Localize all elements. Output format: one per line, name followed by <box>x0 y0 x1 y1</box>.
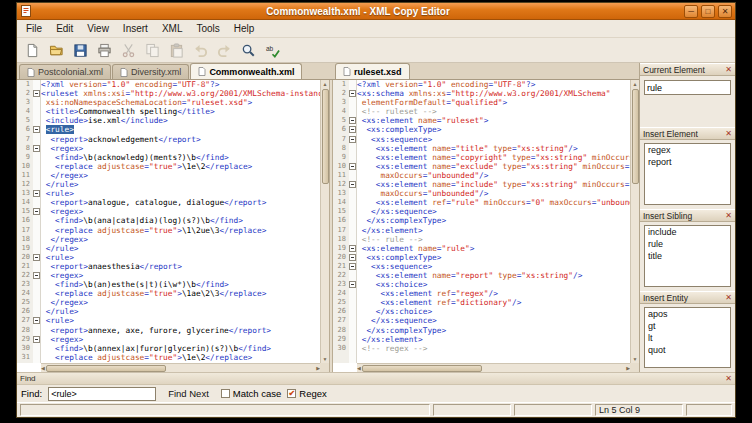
code-line[interactable]: 12 </rule> <box>17 180 320 189</box>
toolbar-button-copy[interactable] <box>141 40 163 61</box>
code-area[interactable]: 1<?xml version="1.0" encoding="UTF-8"?>2… <box>333 80 630 363</box>
list-item[interactable]: lt <box>645 332 730 344</box>
editor-tab[interactable]: Postcolonial.xml <box>19 64 111 79</box>
regex-checkbox[interactable]: ✔ Regex <box>287 388 326 399</box>
menu-item[interactable]: Insert <box>116 21 155 36</box>
editor-tab[interactable]: ruleset.xsd <box>335 63 410 79</box>
current-element-input[interactable] <box>644 80 731 95</box>
toolbar-button-new-document[interactable] <box>21 40 43 61</box>
code-line[interactable]: 6 <rule> <box>17 125 320 134</box>
toolbar-button-print[interactable] <box>93 40 115 61</box>
fold-toggle-icon[interactable] <box>349 117 356 124</box>
menu-item[interactable]: Edit <box>49 21 80 36</box>
code-line[interactable]: 2<ruleset xmlns:xsi="http://www.w3.org/2… <box>17 89 320 98</box>
code-line[interactable]: 24 <replace adjustcase="true">\1ae\2\3</… <box>17 289 320 298</box>
code-line[interactable]: 10 <replace adjustcase="true">\1e\2</rep… <box>17 162 320 171</box>
code-line[interactable]: 25 </regex> <box>17 298 320 307</box>
toolbar-button-check-spelling[interactable]: ab <box>261 40 283 61</box>
list-item[interactable]: include <box>645 226 730 238</box>
list-item[interactable]: title <box>645 250 730 262</box>
find-next-button[interactable]: Find Next <box>162 387 215 400</box>
menu-item[interactable]: View <box>80 21 116 36</box>
toolbar-button-open-file[interactable] <box>45 40 67 61</box>
scroll-up-icon[interactable]: ▲ <box>323 80 328 88</box>
code-line[interactable]: 29 <regex> <box>17 335 320 344</box>
code-line[interactable]: 7 <report>acknowledgement</report> <box>17 135 320 144</box>
list-item[interactable]: regex <box>645 144 730 156</box>
toolbar-button-undo[interactable] <box>189 40 211 61</box>
code-line[interactable]: 17 <replace adjustcase="true">\1\2ue\3</… <box>17 226 320 235</box>
fold-toggle-icon[interactable] <box>33 272 40 279</box>
code-line[interactable]: 7 <xs:sequence> <box>333 135 630 144</box>
list-item[interactable]: quot <box>645 344 730 356</box>
fold-toggle-icon[interactable] <box>349 245 356 252</box>
toolbar-button-cut[interactable] <box>117 40 139 61</box>
close-panel-icon[interactable]: ✕ <box>725 212 732 220</box>
code-line[interactable]: 19 <xs:element name="rule"> <box>333 244 630 253</box>
fold-toggle-icon[interactable] <box>349 254 356 261</box>
horizontal-scrollbar[interactable]: ◀ ▶ <box>41 363 320 372</box>
code-line[interactable]: 6 <xs:complexType> <box>333 125 630 134</box>
toolbar-button-paste[interactable] <box>165 40 187 61</box>
editor-tab[interactable]: Commonwealth.xml <box>190 63 302 79</box>
fold-toggle-icon[interactable] <box>33 90 40 97</box>
close-panel-icon[interactable]: ✕ <box>725 294 732 302</box>
vertical-scrollbar[interactable]: ▲ ▼ <box>630 80 639 363</box>
fold-toggle-icon[interactable] <box>33 336 40 343</box>
close-panel-icon[interactable]: ✕ <box>725 66 732 74</box>
code-line[interactable]: 30 <!-- regex --> <box>333 344 630 353</box>
scroll-down-icon[interactable]: ▼ <box>323 355 328 363</box>
code-line[interactable]: 25 <xs:element ref="dictionary"/> <box>333 298 630 307</box>
code-line[interactable]: 30 <find>\b(annex|ax|furor|glycerin)(s?)… <box>17 344 320 353</box>
code-line[interactable]: 15 <regex> <box>17 207 320 216</box>
code-area[interactable]: 1<?xml version="1.0" encoding="UTF-8"?>2… <box>17 80 320 363</box>
fold-toggle-icon[interactable] <box>33 190 40 197</box>
scrollbar-thumb[interactable] <box>322 89 329 184</box>
code-line[interactable]: 2<xs:schema xmlns:xs="http://www.w3.org/… <box>333 89 630 98</box>
code-line[interactable]: 1<?xml version="1.0" encoding="UTF-8"?> <box>17 80 320 89</box>
fold-toggle-icon[interactable] <box>33 254 40 261</box>
code-line[interactable]: 11 maxOccurs="unbounded"/> <box>333 171 630 180</box>
code-line[interactable]: 14 <report>analogue, catalogue, dialogue… <box>17 198 320 207</box>
code-line[interactable]: 28 <report>annexe, axe, furore, glycerin… <box>17 326 320 335</box>
code-line[interactable]: 4 <title>Commonwealth spelling</title> <box>17 107 320 116</box>
code-line[interactable]: 26 </rule> <box>17 307 320 316</box>
menu-item[interactable]: File <box>19 21 49 36</box>
code-line[interactable]: 27 </xs:sequence> <box>333 316 630 325</box>
fold-toggle-icon[interactable] <box>33 208 40 215</box>
scrollbar-thumb[interactable] <box>362 365 482 372</box>
menu-item[interactable]: Help <box>227 21 262 36</box>
minimize-button[interactable]: ─ <box>684 5 698 18</box>
code-line[interactable]: 21 <xs:sequence> <box>333 262 630 271</box>
fold-toggle-icon[interactable] <box>349 263 356 270</box>
editor-tab[interactable]: Diversity.xml <box>112 64 189 79</box>
code-line[interactable]: 29 </xs:element> <box>333 335 630 344</box>
list-item[interactable]: report <box>645 156 730 168</box>
code-line[interactable]: 9 <xs:element name="copyright" type="xs:… <box>333 153 630 162</box>
code-line[interactable]: 20 <xs:complexType> <box>333 253 630 262</box>
code-line[interactable]: 31 <replace adjustcase="true">\1e\2</rep… <box>17 353 320 362</box>
code-line[interactable]: 4 <!-- ruleset --> <box>333 107 630 116</box>
toolbar-button-save[interactable] <box>69 40 91 61</box>
code-line[interactable]: 15 </xs:sequence> <box>333 207 630 216</box>
code-line[interactable]: 17 </xs:element> <box>333 226 630 235</box>
menu-item[interactable]: XML <box>155 21 190 36</box>
code-line[interactable]: 3 elementFormDefault="qualified"> <box>333 98 630 107</box>
code-line[interactable]: 24 <xs:element ref="regex"/> <box>333 289 630 298</box>
code-line[interactable]: 23 <xs:choice> <box>333 280 630 289</box>
list-item[interactable]: rule <box>645 238 730 250</box>
code-line[interactable]: 22 <regex> <box>17 271 320 280</box>
scroll-down-icon[interactable]: ▼ <box>633 355 638 363</box>
close-button[interactable]: ✕ <box>718 5 732 18</box>
fold-toggle-icon[interactable] <box>33 126 40 133</box>
list-item[interactable]: gt <box>645 320 730 332</box>
code-line[interactable]: 19 </rule> <box>17 244 320 253</box>
fold-toggle-icon[interactable] <box>349 90 356 97</box>
code-line[interactable]: 28 </xs:complexType> <box>333 326 630 335</box>
code-line[interactable]: 21 <report>anaesthesia</report> <box>17 262 320 271</box>
toolbar-button-redo[interactable] <box>213 40 235 61</box>
code-line[interactable]: 13 maxOccurs="unbounded"/> <box>333 189 630 198</box>
code-line[interactable]: 20 <rule> <box>17 253 320 262</box>
vertical-scrollbar[interactable]: ▲ ▼ <box>320 80 329 363</box>
fold-toggle-icon[interactable] <box>33 145 40 152</box>
